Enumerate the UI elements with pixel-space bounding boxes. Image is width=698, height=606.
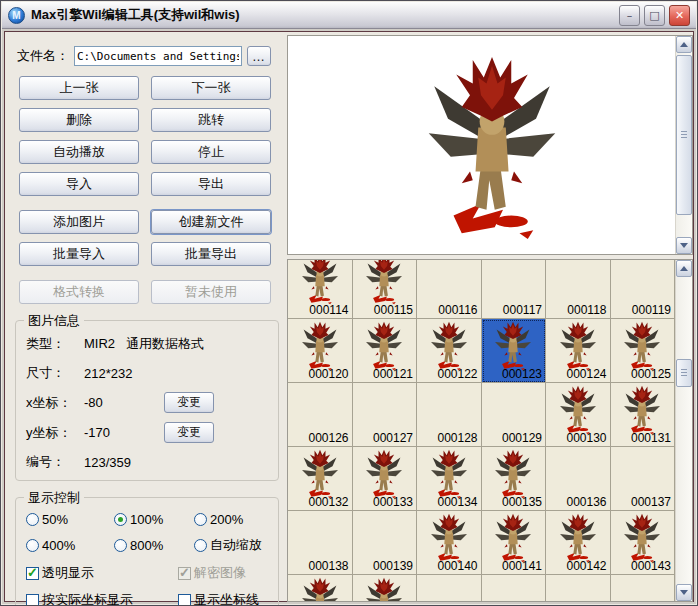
thumbnail-cell-000128[interactable]: 000128 (417, 383, 482, 447)
change-x-button[interactable]: 变更 (164, 392, 214, 413)
thumbnail-cell-000137[interactable]: 000137 (611, 447, 676, 511)
thumbnail-cell-000116[interactable]: 000116 (417, 260, 482, 319)
radio-icon (194, 539, 207, 552)
thumbnail-cell-000138[interactable]: 000138 (288, 511, 353, 575)
batch-import-button[interactable]: 批量导入 (19, 242, 139, 266)
prev-button[interactable]: 上一张 (19, 76, 139, 100)
radio-label: 50% (42, 512, 68, 527)
preview-scroll-down-button[interactable] (676, 237, 692, 254)
thumbnail-cell[interactable] (288, 575, 353, 601)
checkbox-显示坐标线[interactable]: 显示坐标线 (178, 591, 270, 606)
thumbnail-cell[interactable] (611, 575, 676, 601)
monster-sprite (364, 577, 404, 601)
maximize-button[interactable]: □ (644, 5, 665, 26)
zoom-radio-100%[interactable]: 100% (114, 512, 194, 527)
thumbnail-cell-000119[interactable]: 000119 (611, 260, 676, 319)
zoom-options: 50%100%200%400%800%自动缩放 (26, 512, 270, 554)
jump-button[interactable]: 跳转 (151, 108, 271, 132)
thumbnail-number: 000133 (373, 495, 413, 509)
thumbnail-grid: 0001140001150001160001170001180001190001… (288, 260, 675, 601)
thumbnail-cell-000124[interactable]: 000124 (546, 319, 611, 383)
export-button[interactable]: 导出 (151, 172, 271, 196)
display-control-title: 显示控制 (24, 489, 84, 507)
next-button[interactable]: 下一张 (151, 76, 271, 100)
monster-sprite (300, 449, 340, 499)
thumbnail-cell-000114[interactable]: 000114 (288, 260, 353, 319)
thumbnail-number: 000116 (438, 303, 477, 317)
thumbnail-cell-000131[interactable]: 000131 (611, 383, 676, 447)
grid-scroll-track[interactable] (676, 277, 692, 584)
thumbnail-cell-000118[interactable]: 000118 (546, 260, 611, 319)
thumbnail-number: 000127 (373, 431, 413, 445)
browse-button[interactable]: … (247, 46, 271, 66)
thumbnail-cell-000134[interactable]: 000134 (417, 447, 482, 511)
preview-scrollbar[interactable] (675, 36, 692, 254)
grid-scroll-down-button[interactable] (676, 584, 692, 601)
filename-label: 文件名： (17, 47, 69, 65)
thumbnail-cell-000141[interactable]: 000141 (482, 511, 547, 575)
thumbnail-cell-000136[interactable]: 000136 (546, 447, 611, 511)
monster-sprite (558, 321, 598, 371)
close-button[interactable]: ✕ (669, 5, 690, 26)
preview-scroll-thumb[interactable] (676, 55, 692, 215)
preview-canvas[interactable] (288, 36, 675, 254)
add-image-button[interactable]: 添加图片 (19, 210, 139, 234)
thumbnail-number: 000122 (437, 367, 477, 381)
thumbnail-cell-000129[interactable]: 000129 (482, 383, 547, 447)
preview-scroll-up-button[interactable] (676, 36, 692, 53)
thumbnail-cell-000132[interactable]: 000132 (288, 447, 353, 511)
thumbnail-cell-000135[interactable]: 000135 (482, 447, 547, 511)
checkbox-按实际坐标显示[interactable]: 按实际坐标显示 (26, 591, 178, 606)
preview-scroll-track[interactable] (676, 53, 692, 237)
checkbox-透明显示[interactable]: 透明显示 (26, 564, 178, 582)
thumbnail-cell-000130[interactable]: 000130 (546, 383, 611, 447)
thumbnail-cell-000123[interactable]: 000123 (482, 319, 547, 383)
thumbnail-cell-000127[interactable]: 000127 (353, 383, 418, 447)
thumbnail-cell[interactable] (546, 575, 611, 601)
thumbnail-cell-000140[interactable]: 000140 (417, 511, 482, 575)
monster-sprite (558, 385, 598, 435)
thumbnail-cell[interactable] (353, 575, 418, 601)
stop-button[interactable]: 停止 (151, 140, 271, 164)
thumbnail-cell-000139[interactable]: 000139 (353, 511, 418, 575)
filename-input[interactable] (74, 46, 242, 66)
create-file-button[interactable]: 创建新文件 (151, 210, 271, 234)
zoom-radio-200%[interactable]: 200% (194, 512, 270, 527)
delete-button[interactable]: 删除 (19, 108, 139, 132)
thumbnail-cell-000142[interactable]: 000142 (546, 511, 611, 575)
thumbnail-cell-000143[interactable]: 000143 (611, 511, 676, 575)
checkbox-label: 解密图像 (194, 564, 246, 582)
unused-button: 暂未使用 (151, 280, 271, 304)
batch-export-button[interactable]: 批量导出 (151, 242, 271, 266)
minimize-button[interactable]: – (619, 5, 640, 26)
thumbnail-number: 000141 (502, 559, 542, 573)
thumbnail-cell[interactable] (417, 575, 482, 601)
change-y-button[interactable]: 变更 (164, 422, 214, 443)
thumbnail-cell-000126[interactable]: 000126 (288, 383, 353, 447)
image-info-group: 图片信息 类型： MIR2 通用数据格式 尺寸： 212*232 x坐标： -8… (15, 320, 279, 481)
thumbnail-cell-000115[interactable]: 000115 (353, 260, 418, 319)
thumbnail-cell-000120[interactable]: 000120 (288, 319, 353, 383)
grid-scroll-thumb[interactable] (676, 359, 692, 387)
thumbnail-row: 000114000115000116000117000118000119 (288, 260, 675, 319)
thumbnail-cell-000117[interactable]: 000117 (482, 260, 547, 319)
grid-scroll-up-button[interactable] (676, 260, 692, 277)
autoplay-button[interactable]: 自动播放 (19, 140, 139, 164)
thumbnail-cell-000133[interactable]: 000133 (353, 447, 418, 511)
preview-pane (287, 35, 693, 255)
y-coord-value: -170 (84, 425, 110, 440)
size-label: 尺寸： (26, 364, 84, 382)
import-button[interactable]: 导入 (19, 172, 139, 196)
zoom-radio-800%[interactable]: 800% (114, 536, 194, 554)
thumbnail-cell-000121[interactable]: 000121 (353, 319, 418, 383)
thumbnail-row: 000132000133000134000135000136000137 (288, 447, 675, 511)
thumbnail-cell[interactable] (482, 575, 547, 601)
thumbnail-number: 000130 (566, 431, 606, 445)
thumbnail-number: 000134 (437, 495, 477, 509)
grid-scrollbar[interactable] (675, 260, 692, 601)
zoom-radio-50%[interactable]: 50% (26, 512, 114, 527)
thumbnail-cell-000125[interactable]: 000125 (611, 319, 676, 383)
thumbnail-cell-000122[interactable]: 000122 (417, 319, 482, 383)
zoom-radio-自动缩放[interactable]: 自动缩放 (194, 536, 270, 554)
zoom-radio-400%[interactable]: 400% (26, 536, 114, 554)
